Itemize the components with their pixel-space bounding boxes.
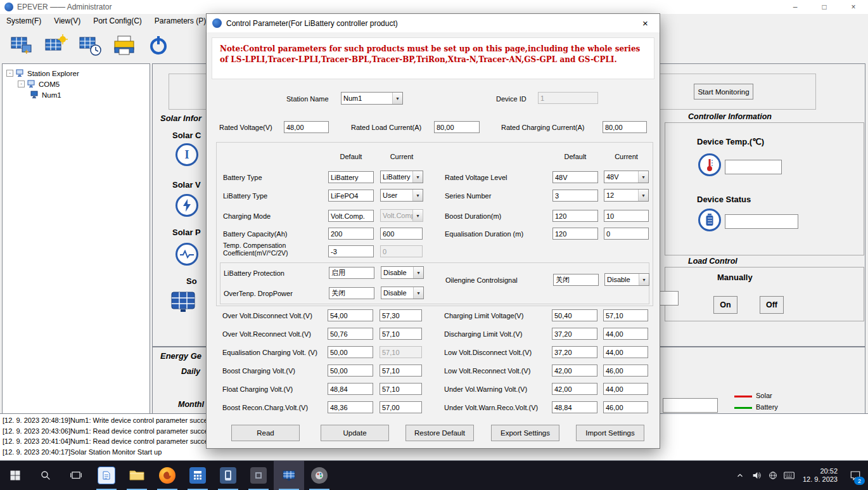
temp-comp-default-input[interactable] [328, 245, 374, 257]
param-row: Equalisation Charging Volt. (V) Low Volt… [216, 345, 652, 361]
discharging-limit-current-input[interactable] [603, 328, 648, 340]
under-vol-warning-default-input[interactable] [552, 383, 597, 395]
taskbar-clock[interactable]: 20:52 12. 9. 2023 [798, 467, 843, 484]
over-volt-disconnect-default-input[interactable] [328, 309, 373, 321]
libattery-type-default-input[interactable] [328, 190, 374, 202]
param-label: Battery Type [223, 174, 327, 181]
boost-duration-default-input[interactable] [552, 210, 598, 222]
rated-charging-input[interactable] [603, 121, 647, 133]
rated-voltage-level-default-input[interactable] [552, 171, 598, 183]
param-label: Equalisation Duration (m) [445, 230, 551, 238]
load-on-button[interactable]: On [713, 296, 737, 314]
low-volt-reconnect-current-input[interactable] [603, 364, 648, 377]
daily-label: Daily [181, 367, 200, 376]
taskbar-file-explorer[interactable] [122, 461, 152, 490]
import-settings-button[interactable]: Import Settings [576, 425, 644, 441]
low-volt-disconnect-default-input[interactable] [552, 346, 597, 358]
update-button[interactable]: Update [321, 425, 389, 441]
rated-load-input[interactable] [434, 121, 480, 133]
station-name-select[interactable]: Num1▾ [341, 92, 403, 105]
default-header: Default [328, 153, 374, 160]
series-number-default-input[interactable] [552, 190, 598, 202]
low-volt-disconnect-current-input[interactable] [603, 346, 648, 358]
under-volt-warn-reco-current-input[interactable] [603, 401, 648, 413]
close-button[interactable]: × [839, 0, 868, 14]
over-volt-reconnect-current-input[interactable] [380, 328, 422, 340]
overtemp-droppower-default-input[interactable] [329, 287, 374, 299]
charging-limit-default-input[interactable] [552, 309, 597, 321]
start-button[interactable] [0, 461, 30, 490]
export-settings-button[interactable]: Export Settings [491, 425, 559, 441]
over-volt-disconnect-current-input[interactable] [380, 309, 422, 321]
low-volt-reconnect-default-input[interactable] [552, 364, 597, 377]
param-row: Temp. Compensation Coefficient(mV/°C/2V) [217, 242, 653, 263]
battery-type-select[interactable]: LiBattery▾ [380, 171, 423, 183]
volume-icon[interactable] [748, 461, 765, 490]
libattery-type-select[interactable]: User▾ [380, 189, 423, 202]
solar-schedule-icon[interactable] [77, 32, 103, 59]
taskbar-app-notes[interactable] [91, 461, 122, 490]
rated-voltage-input[interactable] [284, 121, 329, 133]
search-icon[interactable] [30, 461, 61, 490]
boost-charging-default-input[interactable] [328, 364, 373, 377]
float-charging-current-input[interactable] [380, 383, 422, 395]
battery-capacity-default-input[interactable] [328, 228, 374, 240]
taskbar-firefox[interactable] [152, 461, 182, 490]
touch-keyboard-icon[interactable] [781, 461, 798, 490]
boost-recon-charg-current-input[interactable] [380, 401, 422, 413]
under-vol-warning-current-input[interactable] [603, 383, 648, 395]
add-station-icon[interactable]: + [9, 32, 34, 59]
oilengine-select[interactable]: Disable▾ [604, 273, 649, 286]
load-off-button[interactable]: Off [760, 296, 784, 314]
equalisation-duration-current-input[interactable] [604, 228, 649, 240]
series-number-select[interactable]: 12▾ [604, 189, 649, 202]
tree-item-station-explorer[interactable]: - Station Explorer [3, 64, 150, 79]
taskbar-paint-app[interactable] [304, 461, 335, 490]
notification-center-icon[interactable]: 2 [843, 461, 868, 490]
oilengine-default-input[interactable] [553, 274, 599, 286]
taskbar-device-app[interactable] [213, 461, 243, 490]
rated-voltage-level-select[interactable]: 48V▾ [604, 171, 649, 183]
taskbar-time: 20:52 [803, 467, 838, 475]
maximize-button[interactable]: □ [810, 0, 839, 14]
under-volt-warn-reco-default-input[interactable] [552, 401, 597, 413]
charging-mode-default-input[interactable] [328, 210, 374, 222]
boost-charging-current-input[interactable] [380, 364, 422, 377]
battery-capacity-current-input[interactable] [380, 228, 423, 240]
float-charging-default-input[interactable] [328, 383, 373, 395]
discharging-limit-default-input[interactable] [552, 328, 597, 340]
taskbar-utility-app[interactable] [243, 461, 274, 490]
network-icon[interactable] [765, 461, 781, 490]
minimize-button[interactable]: – [781, 0, 810, 14]
print-icon[interactable] [112, 32, 137, 59]
boost-recon-charg-default-input[interactable] [328, 401, 373, 413]
tree-expand-icon[interactable]: - [6, 70, 13, 77]
power-icon[interactable] [146, 32, 171, 59]
energy-value-field [663, 398, 718, 413]
dialog-close-button[interactable]: × [631, 14, 660, 32]
read-button[interactable]: Read [231, 425, 300, 441]
task-view-icon[interactable] [61, 461, 91, 490]
menu-view[interactable]: View(V) [48, 14, 87, 29]
voltage-section: Over Volt.Disconnect Volt.(V) Charging L… [216, 307, 652, 420]
equalisation-charging-default-input[interactable] [328, 346, 373, 358]
equalisation-duration-default-input[interactable] [552, 228, 598, 240]
start-monitoring-button[interactable]: Start Monitoring [694, 84, 753, 100]
menu-system[interactable]: System(F) [0, 14, 48, 29]
tree-item-num1[interactable]: Num1 [3, 89, 150, 100]
solar-monitor-icon[interactable] [43, 32, 68, 59]
boost-duration-current-input[interactable] [604, 210, 649, 222]
restore-default-button[interactable]: Restore Default [405, 425, 474, 441]
over-volt-reconnect-default-input[interactable] [328, 328, 373, 340]
menu-port-config[interactable]: Port Config(C) [87, 14, 148, 29]
taskbar-epever-active-app[interactable] [274, 461, 304, 490]
tree-expand-icon[interactable]: - [18, 81, 25, 87]
menu-parameters[interactable]: Parameters (P) [148, 14, 212, 29]
overtemp-droppower-select[interactable]: Disable▾ [381, 287, 424, 299]
tree-item-com5[interactable]: - COM5 [3, 79, 150, 89]
window-title: EPEVER —— Administrator [17, 3, 112, 11]
battery-type-default-input[interactable] [328, 171, 374, 183]
charging-limit-current-input[interactable] [603, 309, 648, 321]
hidden-icons-chevron[interactable] [732, 461, 748, 490]
taskbar-calculator[interactable] [182, 461, 213, 490]
